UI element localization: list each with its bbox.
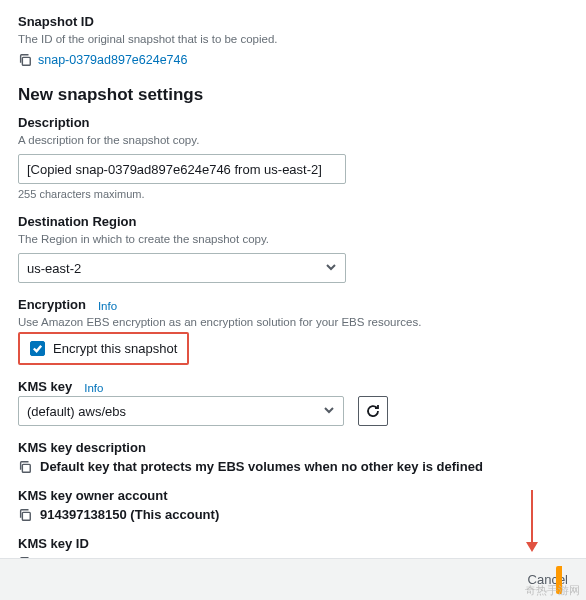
destination-region-section: Destination Region The Region in which t… <box>18 214 568 283</box>
kms-key-label: KMS key <box>18 379 72 394</box>
encrypt-checkbox-label: Encrypt this snapshot <box>53 341 177 356</box>
encrypt-checkbox[interactable] <box>30 341 45 356</box>
description-note: 255 characters maximum. <box>18 188 568 200</box>
svg-rect-1 <box>22 464 30 472</box>
kms-key-id-label: KMS key ID <box>18 536 568 551</box>
dialog-footer: Cancel 奇热手游网 <box>0 558 586 600</box>
copy-icon[interactable] <box>18 508 32 522</box>
destination-region-label: Destination Region <box>18 214 568 229</box>
kms-key-info-link[interactable]: Info <box>84 382 103 394</box>
kms-key-section: KMS key Info (default) aws/ebs <box>18 379 568 426</box>
snapshot-id-label: Snapshot ID <box>18 14 568 29</box>
description-input[interactable] <box>18 154 346 184</box>
encrypt-checkbox-highlight: Encrypt this snapshot <box>18 332 189 365</box>
kms-key-owner-label: KMS key owner account <box>18 488 568 503</box>
new-snapshot-settings-heading: New snapshot settings <box>18 85 568 105</box>
svg-rect-0 <box>22 57 30 65</box>
copy-icon[interactable] <box>18 460 32 474</box>
kms-key-description-section: KMS key description Default key that pro… <box>18 440 568 474</box>
chevron-down-icon <box>325 261 337 276</box>
encryption-section: Encryption Info Use Amazon EBS encryptio… <box>18 297 568 365</box>
snapshot-id-help: The ID of the original snapshot that is … <box>18 31 568 47</box>
description-help: A description for the snapshot copy. <box>18 132 568 148</box>
copy-icon[interactable] <box>18 53 32 67</box>
encryption-label: Encryption <box>18 297 86 312</box>
kms-key-owner-value: 914397138150 (This account) <box>40 507 219 522</box>
kms-key-owner-section: KMS key owner account 914397138150 (This… <box>18 488 568 522</box>
snapshot-id-section: Snapshot ID The ID of the original snaps… <box>18 14 568 67</box>
chevron-down-icon <box>323 404 335 419</box>
primary-button-partial[interactable] <box>556 566 562 594</box>
destination-region-value: us-east-2 <box>27 261 81 276</box>
kms-key-description-value: Default key that protects my EBS volumes… <box>40 459 483 474</box>
destination-region-select[interactable]: us-east-2 <box>18 253 346 283</box>
encryption-help: Use Amazon EBS encryption as an encrypti… <box>18 314 568 330</box>
description-section: Description A description for the snapsh… <box>18 115 568 200</box>
svg-rect-2 <box>22 512 30 520</box>
destination-region-help: The Region in which to create the snapsh… <box>18 231 568 247</box>
refresh-kms-keys-button[interactable] <box>358 396 388 426</box>
kms-key-value: (default) aws/ebs <box>27 404 126 419</box>
snapshot-id-link[interactable]: snap-0379ad897e624e746 <box>38 53 187 67</box>
kms-key-description-label: KMS key description <box>18 440 568 455</box>
description-label: Description <box>18 115 568 130</box>
encryption-info-link[interactable]: Info <box>98 300 117 312</box>
kms-key-select[interactable]: (default) aws/ebs <box>18 396 344 426</box>
